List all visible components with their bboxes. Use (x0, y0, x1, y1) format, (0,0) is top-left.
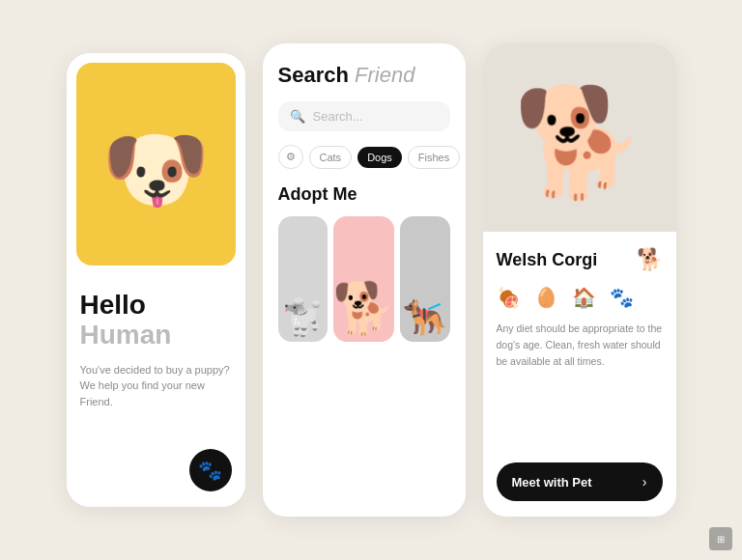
card3-content: Welsh Corgi 🐕 🍖 🥚 🏠 🐾 Any diet should be… (483, 232, 676, 517)
search-title-bold: Search (278, 63, 349, 87)
chip-fishes-label: Fishes (418, 152, 449, 163)
screens-container: 🐶 Hello Human You've decided to buy a pu… (47, 24, 696, 536)
corgi-image: 🐕 (483, 43, 676, 232)
meet-button-label: Meet with Pet (512, 475, 592, 490)
corgi-header: Welsh Corgi 🐕 (497, 247, 663, 272)
home-icon: 🏠 (572, 286, 596, 309)
dog-icon-1: 🐩 (281, 297, 325, 342)
card1-content: Hello Human You've decided to buy a pupp… (67, 275, 245, 507)
human-text: Human (80, 321, 232, 350)
food-icon: 🍖 (497, 286, 521, 309)
dog-icon-2: 🐕 (333, 279, 395, 342)
chip-dogs-label: Dogs (367, 152, 392, 163)
paw-feature-icon: 🐾 (610, 286, 634, 309)
corgi-name: Welsh Corgi (497, 250, 598, 270)
hello-label: Hello Human (80, 291, 232, 350)
corner-icon: ⊞ (717, 534, 725, 545)
search-title-light: Friend (355, 63, 414, 87)
meet-with-pet-button[interactable]: Meet with Pet › (497, 462, 663, 501)
dog-icon-3: 🐕‍🦺 (403, 297, 446, 342)
filter-chip[interactable]: ⚙ (278, 145, 303, 169)
adopt-grid: 🐩 🐕 🐕‍🦺 (278, 216, 450, 342)
hello-text: Hello (80, 291, 232, 321)
dog-image-card1: 🐶 (76, 63, 236, 266)
corgi-breed-icon: 🐕 (637, 247, 663, 272)
paw-button[interactable]: 🐾 (189, 449, 232, 491)
search-icon: 🔍 (290, 109, 305, 124)
chip-dogs[interactable]: Dogs (357, 147, 402, 168)
filter-chips: ⚙ Cats Dogs Fishes Othe (278, 145, 450, 169)
egg-icon: 🥚 (534, 286, 558, 309)
adopt-title: Adopt Me (278, 184, 450, 205)
chip-cats-label: Cats (320, 152, 342, 163)
meet-arrow-icon: › (642, 474, 647, 490)
card-search-friend: Search Friend 🔍 Search... ⚙ Cats Dogs Fi… (263, 43, 466, 517)
card-welsh-corgi: 🐕 Welsh Corgi 🐕 🍖 🥚 🏠 🐾 Any diet should … (483, 43, 676, 517)
search-title: Search Friend (278, 63, 450, 88)
adopt-card-shiba[interactable]: 🐕 (333, 216, 395, 342)
corgi-dog-icon: 🐕 (513, 80, 645, 205)
filter-icon: ⚙ (286, 151, 296, 163)
corgi-description: Any diet should be appropriate to the do… (497, 321, 663, 449)
feature-icons: 🍖 🥚 🏠 🐾 (497, 286, 663, 309)
corner-indicator: ⊞ (709, 527, 732, 550)
chip-cats[interactable]: Cats (309, 146, 353, 169)
chip-fishes[interactable]: Fishes (408, 146, 460, 169)
adopt-card-black-dog[interactable]: 🐩 (278, 216, 328, 342)
paw-icon: 🐾 (198, 459, 222, 482)
search-bar[interactable]: 🔍 Search... (278, 101, 450, 131)
card1-description: You've decided to buy a puppy? We help y… (80, 362, 232, 410)
adopt-card-dalmatian[interactable]: 🐕‍🦺 (400, 216, 449, 342)
search-placeholder-text: Search... (313, 109, 363, 124)
card-hello-human: 🐶 Hello Human You've decided to buy a pu… (67, 53, 245, 507)
